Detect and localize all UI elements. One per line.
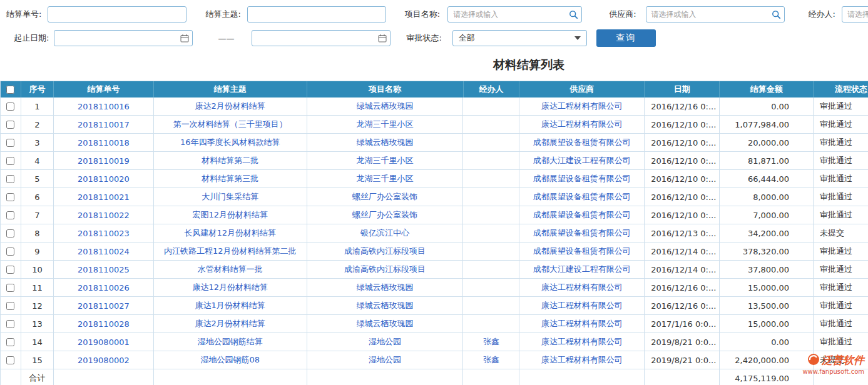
project-link[interactable]: 成渝高铁内江标段项目 <box>344 264 426 275</box>
handler-link[interactable]: 张鑫 <box>483 336 499 348</box>
supplier-link[interactable]: 康达工程材料有限公司 <box>541 119 623 130</box>
subject-input[interactable] <box>247 6 386 22</box>
supplier-link[interactable]: 成都展望设备租赁有限公司 <box>533 173 631 184</box>
supplier-link[interactable]: 成都展望设备租赁有限公司 <box>533 137 631 148</box>
project-link[interactable]: 成渝高铁内江标段项目 <box>344 246 426 257</box>
doc-no-link[interactable]: 2018110025 <box>78 265 130 274</box>
row-checkbox[interactable] <box>6 175 14 183</box>
supplier-link[interactable]: 康达工程材料有限公司 <box>541 282 623 293</box>
subject-link[interactable]: 康达2月份材料结算 <box>195 318 265 329</box>
doc-no-link[interactable]: 2018110019 <box>78 156 130 166</box>
row-checkbox[interactable] <box>6 211 14 219</box>
project-link[interactable]: 龙湖三千里小区 <box>357 155 414 166</box>
project-link[interactable]: 湿地公园 <box>369 336 401 348</box>
project-link[interactable]: 绿城云栖玫瑰园 <box>357 318 414 329</box>
subject-link[interactable]: 大川门集采结算 <box>202 191 258 202</box>
row-checkbox[interactable] <box>6 121 14 129</box>
doc-no-cell: 2018110023 <box>54 224 154 242</box>
row-checkbox[interactable] <box>6 356 14 364</box>
subject-link[interactable]: 湿地公园钢筋结算 <box>198 336 263 348</box>
supplier-link[interactable]: 成都大江建设工程有限公司 <box>533 264 631 275</box>
doc-no-link[interactable]: 2019080001 <box>78 338 130 347</box>
handler-link[interactable]: 张鑫 <box>483 354 499 366</box>
project-link[interactable]: 绿城云栖玫瑰园 <box>357 300 414 311</box>
project-input[interactable] <box>447 6 582 22</box>
project-link[interactable]: 湿地公园 <box>369 354 401 366</box>
supplier-cell: 康达工程材料有限公司 <box>519 351 645 369</box>
row-checkbox[interactable] <box>6 320 14 328</box>
subject-link[interactable]: 湿地公园钢筋08 <box>200 354 260 366</box>
subject-link[interactable]: 康达2月份材料结算 <box>195 101 265 112</box>
status-cell: 审批通过 <box>814 134 868 151</box>
subject-link[interactable]: 材料结算第二批 <box>202 155 258 166</box>
supplier-link[interactable]: 成都展望设备租赁有限公司 <box>533 228 631 239</box>
row-checkbox[interactable] <box>6 193 14 201</box>
doc-no-link[interactable]: 2018110020 <box>78 174 130 184</box>
calendar-icon[interactable] <box>378 34 387 42</box>
row-checkbox[interactable] <box>6 102 14 111</box>
supplier-link[interactable]: 成都展望设备租赁有限公司 <box>533 191 631 202</box>
supplier-input[interactable] <box>646 6 785 22</box>
row-checkbox[interactable] <box>6 266 14 274</box>
row-checkbox[interactable] <box>6 139 14 147</box>
handler-cell <box>463 98 519 115</box>
table-row: 5 2018110020 材料结算第三批 龙湖三千里小区 成都展望设备租赁有限公… <box>1 170 868 188</box>
doc-no-link[interactable]: 2018110028 <box>78 319 130 329</box>
subject-cell: 康达12月份材料结算 <box>154 279 307 296</box>
doc-no-link[interactable]: 2018110022 <box>78 211 130 220</box>
row-checkbox[interactable] <box>6 157 14 165</box>
project-link[interactable]: 龙湖三千里小区 <box>357 173 414 184</box>
amount-cell: 13,500.00 <box>720 297 814 314</box>
row-checkbox[interactable] <box>6 338 14 346</box>
doc-no-link[interactable]: 2018110018 <box>78 138 130 148</box>
calendar-icon[interactable] <box>180 34 189 42</box>
search-button[interactable]: 查询 <box>596 29 656 47</box>
date-cell: 2016/12/10 0:... <box>645 170 720 188</box>
date-to-input[interactable] <box>252 30 391 46</box>
handler-input[interactable] <box>842 6 868 22</box>
row-checkbox[interactable] <box>6 284 14 292</box>
doc-no-link[interactable]: 2018110026 <box>78 283 130 292</box>
project-link[interactable]: 绿城云栖玫瑰园 <box>357 137 414 148</box>
row-checkbox[interactable] <box>6 248 14 256</box>
project-link[interactable]: 螺丝厂办公室装饰 <box>352 209 417 221</box>
subject-link[interactable]: 康达1月份材料结算 <box>195 300 265 311</box>
supplier-link[interactable]: 成都展望设备租赁有限公司 <box>533 209 631 221</box>
date-from-input[interactable] <box>54 30 193 46</box>
supplier-link[interactable]: 康达工程材料有限公司 <box>541 101 623 112</box>
supplier-link[interactable]: 康达工程材料有限公司 <box>541 354 623 366</box>
supplier-link[interactable]: 康达工程材料有限公司 <box>541 300 623 311</box>
project-link[interactable]: 龙湖三千里小区 <box>357 119 414 130</box>
doc-no-link[interactable]: 2018110021 <box>78 192 130 202</box>
project-link[interactable]: 绿城云栖玫瑰园 <box>357 101 414 112</box>
doc-no-link[interactable]: 2019080002 <box>78 356 130 365</box>
row-checkbox[interactable] <box>6 302 14 310</box>
doc-no-link[interactable]: 2018110027 <box>78 301 130 311</box>
subject-link[interactable]: 内江铁路工程12月份材料结算第二批 <box>164 246 297 257</box>
subject-link[interactable]: 16年四季度长风材料款结算 <box>180 137 280 148</box>
subject-link[interactable]: 长风建材12月份材料结算 <box>184 228 276 239</box>
project-link[interactable]: 绿城云栖玫瑰园 <box>357 282 414 293</box>
supplier-link[interactable]: 成都大江建设工程有限公司 <box>533 155 631 166</box>
subject-link[interactable]: 宏图12月份材料结算 <box>192 209 268 221</box>
doc-no-link[interactable]: 2018110023 <box>78 229 130 238</box>
supplier-link[interactable]: 康达工程材料有限公司 <box>541 336 623 348</box>
doc-no-link[interactable]: 2018110016 <box>78 102 130 111</box>
supplier-link[interactable]: 康达工程材料有限公司 <box>541 318 623 329</box>
subject-link[interactable]: 康达12月份材料结算 <box>192 282 268 293</box>
doc-no-link[interactable]: 2018110017 <box>78 120 130 129</box>
supplier-cell: 成都展望设备租赁有限公司 <box>519 188 645 206</box>
row-checkbox[interactable] <box>6 229 14 238</box>
subject-link[interactable]: 材料结算第三批 <box>202 173 258 184</box>
project-link[interactable]: 银亿滨江中心 <box>360 228 409 239</box>
supplier-link[interactable]: 成都展望设备租赁有限公司 <box>533 246 631 257</box>
approval-status-select[interactable]: 全部 <box>452 30 587 46</box>
subject-link[interactable]: 第一次材料结算（三千里项目） <box>173 119 287 130</box>
supplier-search-icon[interactable] <box>772 10 781 19</box>
select-all-checkbox[interactable] <box>6 86 14 94</box>
doc-no-input[interactable] <box>48 6 186 22</box>
doc-no-link[interactable]: 2018110024 <box>78 247 130 256</box>
project-search-icon[interactable] <box>569 10 578 19</box>
project-link[interactable]: 螺丝厂办公室装饰 <box>352 191 417 202</box>
subject-link[interactable]: 水管材料结算一批 <box>198 264 263 275</box>
